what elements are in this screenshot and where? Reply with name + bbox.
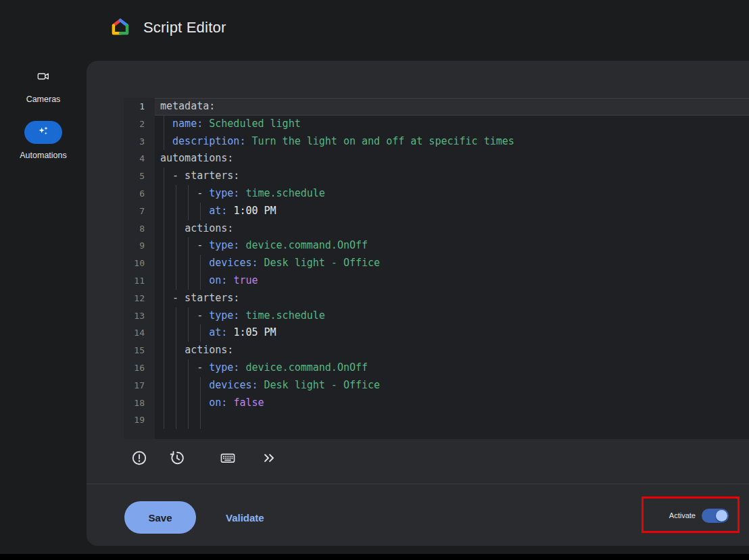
indent-guide	[164, 203, 164, 220]
code-line[interactable]: at: 1:05 PM	[155, 324, 749, 342]
code-token	[258, 257, 264, 269]
code-line[interactable]: on: true	[155, 272, 749, 290]
indent-guide	[200, 377, 201, 394]
actions-divider	[87, 484, 749, 484]
activate-label: Activate	[669, 511, 696, 519]
line-number: 6	[124, 185, 155, 203]
problems-button[interactable]	[130, 449, 149, 467]
indent-guide	[176, 394, 176, 412]
code-line[interactable]: actions:	[155, 220, 749, 238]
code-token: -	[197, 361, 209, 374]
code-area[interactable]: metadata: name: Scheduled light descript…	[155, 98, 749, 439]
code-token: type:	[209, 187, 239, 199]
code-token: time.schedule	[245, 309, 324, 322]
code-token: Desk light - Office	[264, 379, 381, 391]
indent-guide	[176, 377, 176, 394]
code-token: name:	[172, 118, 203, 130]
save-button[interactable]: Save	[124, 501, 196, 534]
code-line[interactable]: description: Turn the light on and off a…	[155, 133, 749, 151]
indent-guide	[164, 359, 164, 377]
code-token	[160, 326, 209, 338]
activate-toggle-thumb	[716, 510, 727, 521]
code-editor[interactable]: 12345678910111213141516171819 metadata: …	[124, 98, 749, 439]
indent-guide	[188, 307, 189, 325]
code-token: actions:	[185, 222, 233, 234]
sidebar-item-label: Automations	[20, 151, 66, 160]
bottom-black-strip	[0, 554, 749, 560]
code-line[interactable]: name: Scheduled light	[155, 116, 749, 133]
validate-button[interactable]: Validate	[216, 501, 274, 534]
code-token: on:	[209, 274, 227, 286]
line-number: 5	[124, 168, 155, 185]
indent-guide	[200, 394, 201, 412]
sidebar-item-cameras[interactable]: Cameras	[0, 65, 87, 107]
code-token: devices:	[209, 257, 258, 269]
indent-guide	[164, 342, 164, 359]
line-number: 3	[124, 133, 155, 151]
code-token: type:	[209, 361, 239, 374]
code-token: -	[197, 187, 209, 199]
indent-guide	[176, 307, 176, 325]
code-line[interactable]: automations:	[155, 150, 749, 168]
indent-guide	[176, 185, 176, 203]
line-number: 18	[124, 394, 155, 412]
indent-guide	[164, 185, 164, 203]
indent-guide	[188, 359, 189, 377]
expand-toolbar-button[interactable]	[260, 449, 279, 467]
code-line[interactable]: at: 1:00 PM	[155, 203, 749, 220]
code-token: time.schedule	[245, 187, 324, 199]
code-token	[160, 170, 172, 182]
indent-guide	[188, 255, 189, 272]
indent-guide	[164, 237, 164, 255]
line-number: 7	[124, 203, 155, 220]
code-line[interactable]: - type: device.command.OnOff	[155, 359, 749, 377]
indent-guide	[188, 203, 189, 220]
code-token: device.command.OnOff	[245, 239, 368, 251]
indent-guide	[188, 411, 189, 429]
sidebar-item-label: Cameras	[26, 95, 61, 104]
indent-guide	[164, 272, 164, 290]
line-number: 16	[124, 359, 155, 377]
code-token: false	[233, 397, 264, 409]
code-line[interactable]: - type: time.schedule	[155, 307, 749, 325]
page-root: { "header": { "title": "Script Editor" }…	[0, 0, 749, 560]
line-number: 8	[124, 220, 155, 238]
code-token	[160, 135, 172, 147]
line-number: 2	[124, 116, 155, 133]
code-line[interactable]: devices: Desk light - Office	[155, 377, 749, 394]
sidebar-item-automations[interactable]: Automations	[0, 118, 87, 163]
indent-guide	[176, 255, 176, 272]
code-line[interactable]: actions:	[155, 342, 749, 359]
code-line[interactable]: on: false	[155, 394, 749, 412]
indent-guide	[176, 220, 176, 238]
line-number: 1	[124, 98, 155, 116]
code-token	[160, 205, 209, 217]
code-token	[160, 361, 197, 374]
code-line[interactable]: - type: device.command.OnOff	[155, 237, 749, 255]
indent-guide	[200, 272, 201, 290]
code-line[interactable]	[155, 411, 749, 429]
code-line[interactable]: - type: time.schedule	[155, 185, 749, 203]
indent-guide	[164, 324, 164, 342]
code-token: Turn the light on and off at specific ti…	[251, 135, 514, 147]
code-token: Desk light - Office	[264, 257, 381, 269]
indent-guide	[188, 324, 189, 342]
indent-guide	[200, 203, 201, 220]
code-line[interactable]: - starters:	[155, 290, 749, 307]
code-line[interactable]: metadata:	[155, 98, 749, 116]
history-button[interactable]	[168, 449, 187, 467]
activate-toggle[interactable]	[702, 509, 729, 523]
indent-guide	[164, 377, 164, 394]
script-editor-panel: 12345678910111213141516171819 metadata: …	[87, 61, 749, 546]
code-token: type:	[209, 309, 239, 322]
line-number: 19	[124, 411, 155, 429]
editor-toolbar	[124, 439, 749, 477]
code-token: type:	[209, 239, 239, 251]
code-line[interactable]: - starters:	[155, 168, 749, 185]
code-token	[160, 292, 172, 304]
alert-circle-icon	[130, 449, 148, 467]
code-line[interactable]: devices: Desk light - Office	[155, 255, 749, 272]
code-token	[160, 187, 197, 199]
keyboard-button[interactable]	[218, 449, 237, 467]
indent-guide	[164, 116, 164, 133]
